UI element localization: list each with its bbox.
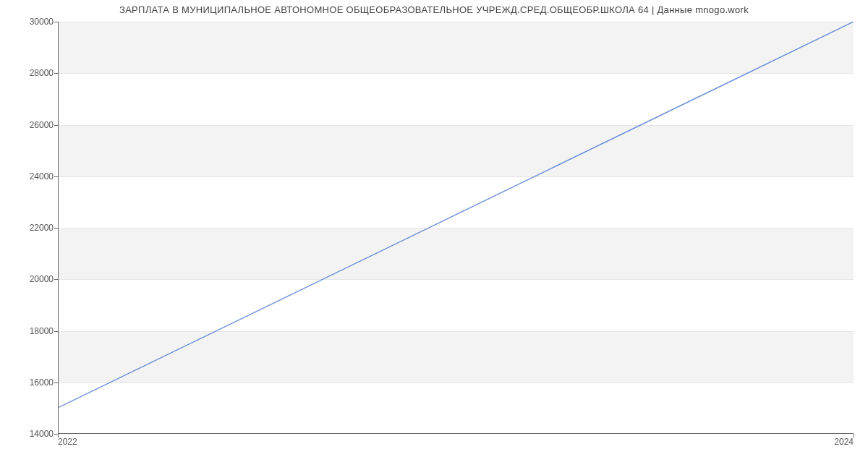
y-tick-mark [54,176,58,177]
y-tick-label: 30000 [10,17,54,27]
line-series [59,22,854,433]
y-tick-mark [54,73,58,74]
y-tick-label: 14000 [10,429,54,439]
plot-area [58,22,854,434]
chart-title: ЗАРПЛАТА В МУНИЦИПАЛЬНОЕ АВТОНОМНОЕ ОБЩЕ… [0,4,868,15]
y-tick-mark [54,383,58,383]
y-tick-label: 20000 [10,274,54,284]
y-tick-label: 22000 [10,223,54,233]
x-tick-label: 2022 [58,437,77,447]
chart-container: ЗАРПЛАТА В МУНИЦИПАЛЬНОЕ АВТОНОМНОЕ ОБЩЕ… [0,0,868,470]
y-tick-mark [54,331,58,332]
y-tick-mark [54,279,58,280]
x-tick-mark [854,434,854,437]
y-tick-mark [54,125,58,126]
x-tick-mark [58,434,59,437]
y-tick-label: 24000 [10,171,54,181]
y-tick-mark [54,228,58,228]
y-tick-label: 16000 [10,377,54,388]
y-tick-mark [54,22,58,22]
y-tick-label: 26000 [10,120,54,130]
x-tick-label: 2024 [834,437,854,447]
y-tick-label: 18000 [10,326,54,336]
y-tick-label: 28000 [10,68,54,78]
